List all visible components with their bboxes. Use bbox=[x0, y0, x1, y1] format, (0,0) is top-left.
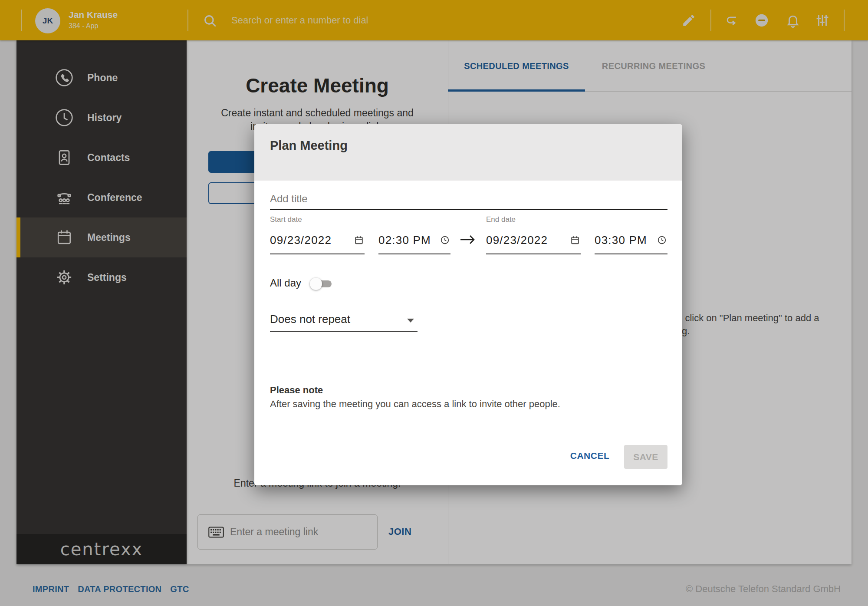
cancel-button[interactable]: CANCEL bbox=[562, 451, 618, 461]
calendar-icon bbox=[570, 235, 580, 245]
save-button-label: SAVE bbox=[633, 452, 658, 462]
start-time-value: 02:30 PM bbox=[378, 234, 431, 247]
clock-icon bbox=[657, 235, 667, 245]
plan-meeting-dialog: Plan Meeting Start date End date 09/23/2… bbox=[254, 124, 682, 485]
all-day-toggle[interactable] bbox=[310, 279, 332, 289]
start-date-label: Start date bbox=[270, 215, 302, 224]
end-date-value: 09/23/2022 bbox=[486, 234, 548, 247]
note-title: Please note bbox=[270, 385, 323, 396]
chevron-down-icon bbox=[407, 319, 414, 323]
save-button[interactable]: SAVE bbox=[624, 445, 667, 469]
clock-icon bbox=[440, 235, 450, 245]
calendar-icon bbox=[354, 235, 364, 245]
start-date-value: 09/23/2022 bbox=[270, 234, 332, 247]
start-time-field[interactable]: 02:30 PM bbox=[378, 228, 450, 254]
all-day-label: All day bbox=[270, 277, 301, 289]
start-date-field[interactable]: 09/23/2022 bbox=[270, 228, 365, 254]
toggle-knob bbox=[310, 278, 322, 290]
arrow-right-icon bbox=[459, 234, 477, 246]
end-time-field[interactable]: 03:30 PM bbox=[595, 228, 667, 254]
end-date-field[interactable]: 09/23/2022 bbox=[486, 228, 581, 254]
end-time-value: 03:30 PM bbox=[595, 234, 647, 247]
dialog-header: Plan Meeting bbox=[254, 124, 682, 181]
repeat-value: Does not repeat bbox=[270, 313, 350, 326]
end-date-label: End date bbox=[486, 215, 516, 224]
repeat-select[interactable]: Does not repeat bbox=[270, 306, 418, 332]
dialog-title: Plan Meeting bbox=[270, 138, 348, 153]
note-body: After saving the meeting you can access … bbox=[270, 398, 561, 411]
meeting-title-input[interactable] bbox=[270, 188, 667, 210]
